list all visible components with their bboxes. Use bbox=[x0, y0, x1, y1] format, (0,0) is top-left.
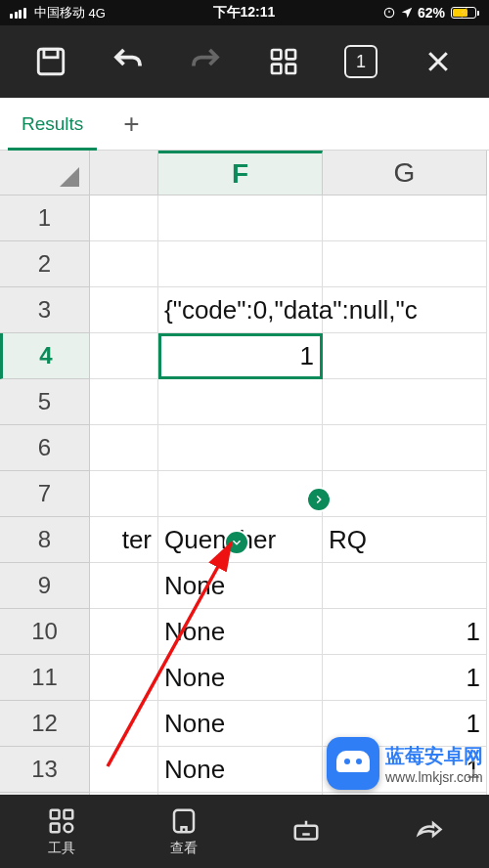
row-7: 7 bbox=[0, 471, 489, 517]
cell-G10[interactable]: 1 bbox=[323, 609, 487, 655]
share-button[interactable] bbox=[414, 817, 443, 846]
row-header-11[interactable]: 11 bbox=[0, 655, 90, 701]
grid-menu-button[interactable] bbox=[262, 40, 305, 83]
cell-E3[interactable] bbox=[90, 287, 158, 333]
row-11: 11None1 bbox=[0, 655, 489, 701]
status-bar: 中国移动 4G 下午12:11 62% ⚡ bbox=[0, 0, 489, 25]
svg-rect-2 bbox=[44, 49, 58, 58]
tools-button[interactable]: 工具 bbox=[47, 806, 76, 857]
row-header-8[interactable]: 8 bbox=[0, 517, 90, 563]
watermark: 蓝莓安卓网 www.lmkjsr.com bbox=[327, 737, 483, 790]
cell-E13[interactable] bbox=[90, 747, 158, 793]
row-header-10[interactable]: 10 bbox=[0, 609, 90, 655]
clock: 下午12:11 bbox=[213, 4, 276, 22]
cell-F2[interactable] bbox=[158, 241, 323, 287]
view-button[interactable]: 查看 bbox=[169, 806, 199, 857]
cell-E5[interactable] bbox=[90, 379, 158, 425]
battery-icon: ⚡ bbox=[449, 7, 479, 19]
rotation-lock-icon bbox=[382, 6, 396, 20]
row-header-1[interactable]: 1 bbox=[0, 195, 90, 241]
cell-F6[interactable] bbox=[158, 425, 323, 471]
col-header-G[interactable]: G bbox=[323, 151, 487, 195]
cell-G8[interactable]: RQ bbox=[323, 517, 487, 563]
row-header-12[interactable]: 12 bbox=[0, 701, 90, 747]
cell-E1[interactable] bbox=[90, 195, 158, 241]
cell-F5[interactable] bbox=[158, 379, 323, 425]
cell-G1[interactable] bbox=[323, 195, 487, 241]
col-header-E[interactable] bbox=[90, 151, 158, 195]
cell-G6[interactable] bbox=[323, 425, 487, 471]
svg-point-11 bbox=[64, 823, 72, 832]
row-2: 2 bbox=[0, 241, 489, 287]
svg-rect-5 bbox=[272, 65, 281, 73]
fill-handle-down[interactable] bbox=[224, 530, 249, 555]
cell-F4[interactable]: 1 bbox=[158, 333, 323, 379]
cell-G9[interactable] bbox=[323, 563, 487, 609]
svg-rect-10 bbox=[50, 823, 59, 832]
cell-F10[interactable]: None bbox=[158, 609, 323, 655]
row-header-9[interactable]: 9 bbox=[0, 563, 90, 609]
row-6: 6 bbox=[0, 425, 489, 471]
fill-handle-right[interactable] bbox=[306, 487, 332, 512]
cell-G7[interactable] bbox=[323, 471, 487, 517]
watermark-url: www.lmkjsr.com bbox=[385, 769, 483, 785]
cell-G5[interactable] bbox=[323, 379, 487, 425]
svg-rect-3 bbox=[272, 50, 281, 59]
row-header-4[interactable]: 4 bbox=[0, 333, 90, 379]
row-header-7[interactable]: 7 bbox=[0, 471, 90, 517]
svg-rect-13 bbox=[294, 825, 317, 839]
carrier-label: 中国移动 bbox=[34, 4, 85, 22]
cell-E7[interactable] bbox=[90, 471, 158, 517]
cell-E9[interactable] bbox=[90, 563, 158, 609]
network-label: 4G bbox=[89, 6, 106, 21]
row-9: 9None bbox=[0, 563, 489, 609]
cell-E4[interactable] bbox=[90, 333, 158, 379]
row-header-2[interactable]: 2 bbox=[0, 241, 90, 287]
row-3: 3{"code":0,"data":null,"c bbox=[0, 287, 489, 333]
row-header-3[interactable]: 3 bbox=[0, 287, 90, 333]
cell-F9[interactable]: None bbox=[158, 563, 323, 609]
watermark-title: 蓝莓安卓网 bbox=[385, 743, 483, 769]
close-button[interactable] bbox=[417, 40, 460, 83]
page-indicator[interactable]: 1 bbox=[339, 40, 382, 83]
cell-E11[interactable] bbox=[90, 655, 158, 701]
cell-G2[interactable] bbox=[323, 241, 487, 287]
cell-F3[interactable]: {"code":0,"data":null,"c bbox=[158, 287, 323, 333]
cell-E12[interactable] bbox=[90, 701, 158, 747]
cell-F11[interactable]: None bbox=[158, 655, 323, 701]
location-icon bbox=[400, 6, 414, 20]
cell-G4[interactable] bbox=[323, 333, 487, 379]
col-header-F[interactable]: F bbox=[158, 151, 323, 195]
cell-E8[interactable]: ter bbox=[90, 517, 158, 563]
svg-rect-12 bbox=[174, 809, 194, 832]
bottom-toolbar: 工具 查看 bbox=[0, 795, 489, 868]
row-header-13[interactable]: 13 bbox=[0, 747, 90, 793]
add-sheet-button[interactable]: + bbox=[105, 98, 157, 150]
row-header-5[interactable]: 5 bbox=[0, 379, 90, 425]
watermark-icon bbox=[327, 737, 379, 790]
cell-F7[interactable] bbox=[158, 471, 323, 517]
save-button[interactable] bbox=[29, 40, 72, 83]
row-header-6[interactable]: 6 bbox=[0, 425, 90, 471]
cell-F13[interactable]: None bbox=[158, 747, 323, 793]
cell-F1[interactable] bbox=[158, 195, 323, 241]
keyboard-button[interactable] bbox=[291, 817, 321, 846]
select-all-corner[interactable] bbox=[0, 151, 90, 195]
cell-E2[interactable] bbox=[90, 241, 158, 287]
cell-F12[interactable]: None bbox=[158, 701, 323, 747]
row-10: 10None1 bbox=[0, 609, 489, 655]
cell-E6[interactable] bbox=[90, 425, 158, 471]
top-toolbar: 1 bbox=[0, 25, 489, 98]
row-4: 41 bbox=[0, 333, 489, 379]
tab-results[interactable]: Results bbox=[0, 98, 105, 150]
svg-rect-9 bbox=[64, 809, 72, 818]
row-5: 5 bbox=[0, 379, 489, 425]
cell-G11[interactable]: 1 bbox=[323, 655, 487, 701]
signal-icon bbox=[10, 8, 26, 19]
redo-button[interactable] bbox=[184, 40, 227, 83]
undo-button[interactable] bbox=[107, 40, 150, 83]
cell-E10[interactable] bbox=[90, 609, 158, 655]
svg-rect-4 bbox=[286, 50, 294, 59]
svg-rect-6 bbox=[286, 65, 294, 73]
row-1: 1 bbox=[0, 195, 489, 241]
